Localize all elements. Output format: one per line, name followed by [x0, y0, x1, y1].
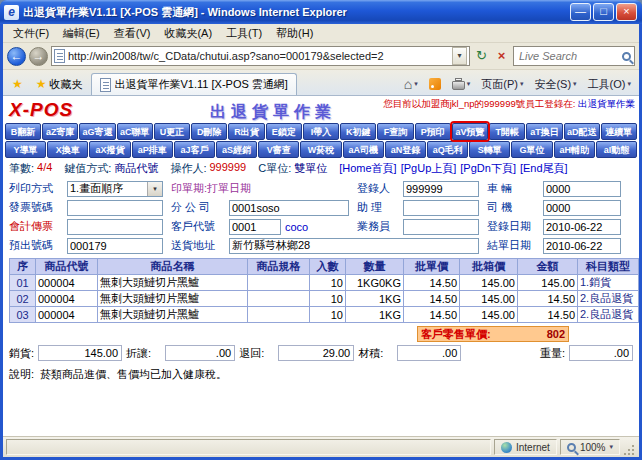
driver-field[interactable]: [543, 200, 621, 216]
table-cell: 14.50: [404, 291, 460, 307]
resize-grip[interactable]: [623, 444, 636, 457]
search-input[interactable]: [517, 49, 619, 63]
toolbar-button[interactable]: W菸稅: [300, 141, 341, 158]
toolbar-button[interactable]: V審查: [258, 141, 299, 158]
vehicle-field[interactable]: [543, 181, 621, 197]
refresh-button[interactable]: ↻: [473, 46, 490, 66]
feeds-button[interactable]: [425, 73, 445, 95]
minimize-button[interactable]: —: [570, 3, 591, 21]
menu-item[interactable]: 帮助(H): [270, 25, 319, 42]
toolbar-button[interactable]: aG寄還: [79, 123, 115, 140]
return-label: 退回:: [239, 346, 264, 361]
toolbar-button[interactable]: aI動態: [596, 141, 637, 158]
print-button[interactable]: ▾: [448, 73, 475, 95]
toolbar-button[interactable]: S轉單: [469, 141, 510, 158]
toolbar-button[interactable]: aN登錄: [385, 141, 426, 158]
toolbar-button[interactable]: aA司機: [343, 141, 384, 158]
toolbar-button[interactable]: 連續單: [601, 123, 637, 140]
toolbar-button[interactable]: aZ寄庫: [42, 123, 78, 140]
table-cell: 03: [10, 307, 36, 323]
table-row[interactable]: 03000004無刺大頭鰱切片黑鱸101KG14.50145.0014.502.…: [10, 307, 639, 323]
toolbar-button[interactable]: E鎖定: [266, 123, 302, 140]
chevron-down-icon: ▾: [520, 80, 524, 88]
toolbar-button[interactable]: G單位: [511, 141, 552, 158]
menu-item[interactable]: 查看(V): [108, 25, 157, 42]
toolbar-button[interactable]: aX撥貨: [89, 141, 130, 158]
toolbar-button[interactable]: P預印: [415, 123, 451, 140]
toolbar-button[interactable]: aC聯單: [117, 123, 153, 140]
branch-field[interactable]: [229, 200, 349, 216]
toolbar-button[interactable]: T開帳: [489, 123, 525, 140]
toolbar-button[interactable]: aP排車: [132, 141, 173, 158]
toolbar-button[interactable]: I帶入: [303, 123, 339, 140]
table-header-cell: 商品代號: [36, 259, 98, 275]
tools-menu-button[interactable]: 工具(O) ▾: [584, 73, 635, 95]
voucher-field[interactable]: [67, 219, 163, 235]
toolbar-button[interactable]: U更正: [154, 123, 190, 140]
back-button[interactable]: ←: [7, 47, 26, 66]
toolbar-button[interactable]: aD配送: [564, 123, 600, 140]
ie-page-icon: e: [4, 5, 19, 20]
home-button[interactable]: ⌂ ▾: [400, 73, 422, 95]
toolbar-button[interactable]: aS經銷: [216, 141, 257, 158]
toolbar-button[interactable]: aV預覽: [452, 123, 488, 140]
toolbar-button[interactable]: Y導單: [5, 141, 46, 158]
menu-item[interactable]: 文件(F): [7, 25, 55, 42]
page-menu-button[interactable]: 页面(P) ▾: [477, 73, 527, 95]
record-nav-link[interactable]: [PgDn下頁]: [460, 162, 516, 174]
order-no-field[interactable]: [67, 238, 163, 254]
toolbar-button[interactable]: F查詢: [377, 123, 413, 140]
record-nav-link[interactable]: [Home首頁]: [339, 162, 396, 174]
record-nav-link[interactable]: [End尾頁]: [520, 162, 568, 174]
toolbar-button[interactable]: aH輔助: [554, 141, 595, 158]
address-dropdown-icon[interactable]: ▾: [452, 47, 467, 65]
maximize-button[interactable]: □: [593, 3, 614, 21]
table-row[interactable]: 01000004無刺大頭鰱切片黑鱸101KG0KG14.50145.00145.…: [10, 275, 639, 291]
customer-code-field[interactable]: [229, 219, 281, 235]
invoice-field[interactable]: [67, 200, 163, 216]
toolbar-button[interactable]: D刪除: [191, 123, 227, 140]
table-cell: 000004: [36, 291, 98, 307]
table-cell: 2.良品退貨: [578, 307, 639, 323]
print-order-select[interactable]: 1.畫面順序 ▾: [67, 181, 163, 197]
forward-button[interactable]: →: [29, 47, 48, 66]
add-favorite-button[interactable]: ★: [7, 73, 28, 95]
toolbar-button[interactable]: aQ毛利: [427, 141, 468, 158]
toolbar-button[interactable]: aT換日: [526, 123, 562, 140]
close-button[interactable]: ×: [616, 3, 637, 21]
menu-item[interactable]: 收藏夹(A): [158, 25, 218, 42]
record-nav-link[interactable]: [PgUp上頁]: [401, 162, 457, 174]
address-text: http://win2008/tw/c_CData/chutui.asp?san…: [68, 50, 449, 62]
salesman-field[interactable]: [403, 219, 479, 235]
stop-button[interactable]: ×: [493, 46, 510, 66]
search-icon[interactable]: [622, 52, 631, 61]
toolbar-button[interactable]: K初鍵: [340, 123, 376, 140]
toolbar-button[interactable]: X換車: [47, 141, 88, 158]
menu-item[interactable]: 工具(T): [220, 25, 268, 42]
registrant-field[interactable]: [403, 181, 479, 197]
registrant-label: 登錄人: [357, 181, 403, 196]
weight-total: .00: [569, 345, 633, 361]
keymode-value: 商品代號: [114, 161, 158, 176]
toolbar-row-1: B翻新aZ寄庫aG寄還aC聯單U更正D刪除R出貨E鎖定I帶入K初鍵F查詢P預印a…: [3, 122, 639, 140]
assistant-field[interactable]: [403, 200, 479, 216]
reg-date-field[interactable]: [543, 219, 621, 235]
toolbar-button[interactable]: R出貨: [228, 123, 264, 140]
delivery-address-field[interactable]: [229, 238, 479, 254]
favorites-button[interactable]: ★ 收藏夹: [31, 73, 88, 95]
voucher-link[interactable]: 會計傳票: [9, 219, 67, 234]
table-row[interactable]: 02000004無刺大頭鰱切片黑鱸101KG14.50145.0014.502.…: [10, 291, 639, 307]
close-date-field[interactable]: [543, 238, 621, 254]
toolbar-button[interactable]: aJ客戶: [174, 141, 215, 158]
address-field[interactable]: http://win2008/tw/c_CData/chutui.asp?san…: [51, 46, 470, 66]
printer-icon: [452, 81, 465, 90]
toolbar-button[interactable]: B翻新: [5, 123, 41, 140]
order-no-label: 預出號碼: [9, 238, 67, 253]
tab-active[interactable]: 出退貨單作業V1.11 [X-POS 雲通網]: [91, 73, 297, 95]
return-total: 29.00: [278, 345, 354, 361]
zoom-icon: [567, 443, 576, 452]
zoom-control[interactable]: 100% ▾: [560, 439, 620, 455]
menu-item[interactable]: 編輯(E): [57, 25, 106, 42]
note-text: 菸類商品進價、售價均已加入健康稅。: [40, 367, 227, 382]
safety-menu-button[interactable]: 安全(S) ▾: [530, 73, 580, 95]
